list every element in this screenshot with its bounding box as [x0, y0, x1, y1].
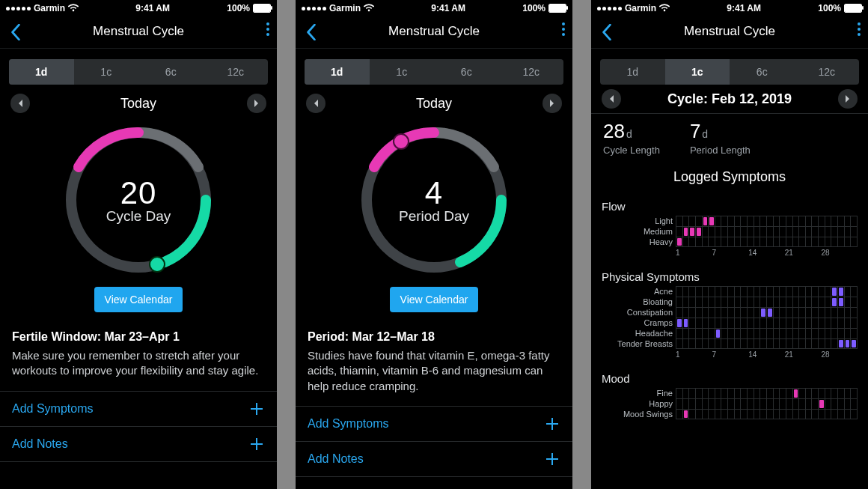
next-day-button[interactable] — [542, 94, 562, 113]
heatmap-chart: FineHappyMood Swings — [602, 388, 858, 419]
heatmap-row — [676, 216, 858, 226]
heatmap-row — [676, 297, 858, 307]
overflow-menu-button[interactable] — [858, 22, 861, 36]
row-label: Medium — [644, 226, 673, 237]
battery-label: 100% — [522, 3, 545, 13]
dial-sublabel: Period Day — [399, 208, 469, 225]
wifi-icon — [68, 4, 79, 13]
add-notes-label: Add Notes — [12, 437, 68, 451]
seg-12c[interactable]: 12c — [499, 59, 564, 85]
back-button[interactable] — [4, 21, 27, 43]
info-body: Studies have found that vitamin E, omega… — [308, 348, 560, 394]
phone-screen-3: Garmin 9:41 AM 100% Menstrual Cycle 1d 1… — [591, 0, 868, 489]
view-calendar-button[interactable]: View Calendar — [390, 287, 479, 312]
range-segmented-control[interactable]: 1d 1c 6c 12c — [305, 59, 563, 85]
add-notes-row[interactable]: Add Notes — [0, 427, 277, 462]
cycle-length-stat: 28d Cycle Length — [603, 120, 660, 156]
prev-cycle-button[interactable] — [602, 89, 621, 109]
heatmap-row — [676, 398, 858, 409]
signal-dots-icon — [302, 7, 326, 10]
group-title: Physical Symptoms — [602, 270, 858, 283]
back-button[interactable] — [300, 21, 323, 43]
add-symptoms-label: Add Symptoms — [12, 402, 93, 416]
next-day-button[interactable] — [247, 94, 266, 113]
status-bar: Garmin 9:41 AM 100% — [591, 0, 868, 15]
seg-6c[interactable]: 6c — [434, 59, 499, 85]
status-bar: Garmin 9:41 AM 100% — [296, 0, 572, 15]
heatmap-row — [676, 307, 858, 318]
view-calendar-button[interactable]: View Calendar — [94, 287, 183, 312]
row-label: Fine — [657, 388, 673, 398]
x-axis: 17142128 — [602, 349, 858, 362]
phone-screen-2: Garmin 9:41 AM 100% Menstrual Cycle 1d 1… — [296, 0, 572, 489]
plus-icon — [544, 416, 560, 432]
seg-1d[interactable]: 1d — [600, 59, 665, 85]
battery-icon — [844, 4, 862, 13]
seg-1c[interactable]: 1c — [74, 59, 139, 85]
info-title: Fertile Window: Mar 23–Apr 1 — [12, 330, 265, 344]
dial-number: 4 — [425, 175, 443, 211]
battery-icon — [253, 4, 271, 13]
symptom-group: MoodFineHappyMood Swings — [591, 366, 868, 424]
row-label: Happy — [649, 398, 673, 409]
page-title: Menstrual Cycle — [93, 24, 184, 39]
logged-symptoms-title: Logged Symptoms — [591, 165, 868, 194]
range-segmented-control[interactable]: 1d 1c 6c 12c — [9, 59, 268, 85]
symptom-group: Physical SymptomsAcneBloatingConstipatio… — [591, 264, 868, 366]
day-label: Today — [416, 96, 452, 112]
info-title: Period: Mar 12–Mar 18 — [308, 330, 560, 344]
battery-icon — [548, 4, 566, 13]
add-symptoms-label: Add Symptoms — [308, 417, 388, 431]
seg-1d[interactable]: 1d — [305, 59, 370, 85]
day-label: Today — [120, 96, 156, 112]
plus-icon — [544, 451, 560, 467]
seg-1c[interactable]: 1c — [665, 59, 730, 85]
prev-day-button[interactable] — [306, 94, 326, 113]
seg-12c[interactable]: 12c — [795, 59, 860, 85]
dial-number: 20 — [120, 175, 157, 211]
app-header: Menstrual Cycle — [296, 15, 572, 49]
heatmap-chart: AcneBloatingConstipationCrampsHeadacheTe… — [602, 286, 858, 349]
overflow-menu-button[interactable] — [562, 22, 565, 36]
heatmap-row — [676, 328, 858, 338]
add-notes-row[interactable]: Add Notes — [296, 442, 572, 477]
seg-1d[interactable]: 1d — [9, 59, 74, 85]
seg-6c[interactable]: 6c — [138, 59, 204, 85]
add-symptoms-row[interactable]: Add Symptoms — [296, 407, 572, 442]
carrier-label: Garmin — [34, 3, 65, 13]
range-segmented-control[interactable]: 1d 1c 6c 12c — [600, 59, 859, 85]
carrier-label: Garmin — [329, 3, 361, 13]
heatmap-row — [676, 388, 858, 398]
back-button[interactable] — [596, 21, 618, 43]
heatmap-row — [676, 286, 858, 297]
row-label: Cramps — [644, 318, 673, 328]
app-header: Menstrual Cycle — [591, 15, 868, 49]
group-title: Mood — [602, 372, 858, 385]
seg-1c[interactable]: 1c — [370, 59, 435, 85]
heatmap-row — [676, 409, 858, 419]
battery-label: 100% — [818, 3, 841, 13]
add-symptoms-row[interactable]: Add Symptoms — [0, 392, 277, 427]
prev-day-button[interactable] — [10, 94, 30, 113]
wifi-icon — [659, 4, 670, 13]
row-label: Mood Swings — [623, 409, 673, 419]
app-header: Menstrual Cycle — [0, 15, 277, 49]
row-label: Bloating — [643, 297, 673, 307]
heatmap-row — [676, 237, 858, 247]
heatmap-row — [676, 338, 858, 349]
page-title: Menstrual Cycle — [684, 24, 775, 39]
heatmap-row — [676, 226, 858, 237]
period-length-stat: 7d Period Length — [690, 120, 751, 156]
wifi-icon — [364, 4, 374, 13]
phone-screen-1: Garmin 9:41 AM 100% Menstrual Cycle 1d 1… — [0, 0, 277, 489]
signal-dots-icon — [597, 7, 622, 10]
overflow-menu-button[interactable] — [266, 22, 269, 36]
seg-6c[interactable]: 6c — [730, 59, 795, 85]
page-title: Menstrual Cycle — [388, 24, 480, 39]
row-label: Tender Breasts — [617, 338, 673, 349]
dial-sublabel: Cycle Day — [106, 208, 171, 225]
heatmap-row — [676, 318, 858, 328]
seg-12c[interactable]: 12c — [204, 59, 269, 85]
next-cycle-button[interactable] — [838, 89, 858, 109]
heatmap-chart: LightMediumHeavy — [602, 216, 858, 247]
